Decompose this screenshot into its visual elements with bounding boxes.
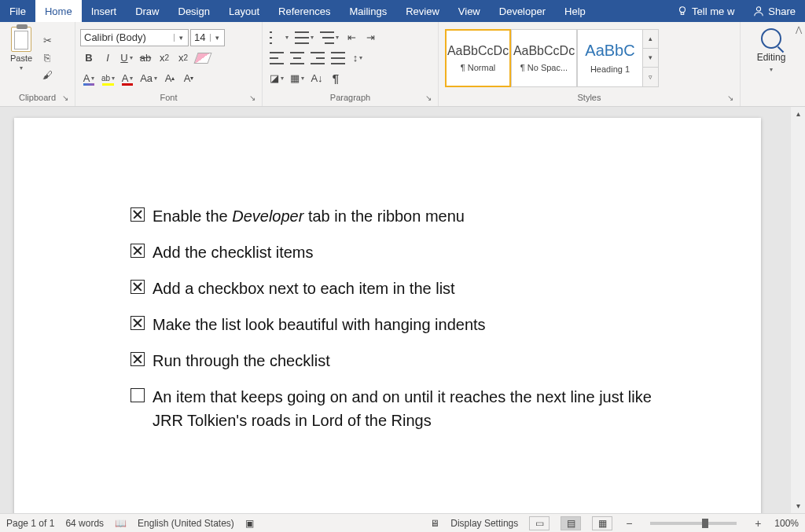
gallery-down-icon[interactable]: ▾ <box>643 48 658 67</box>
font-family-combo[interactable]: Calibri (Body)▾ <box>80 29 189 46</box>
paste-icon <box>11 27 31 52</box>
subscript-button[interactable]: x2 <box>156 50 173 67</box>
gallery-more-icon[interactable]: ▿ <box>643 67 658 86</box>
view-web-button[interactable]: ▦ <box>592 516 612 530</box>
list-item-text[interactable]: Add a checkbox next to each item in the … <box>153 277 675 300</box>
zoom-slider[interactable] <box>650 522 737 525</box>
list-item-text[interactable]: Add the checklist items <box>153 240 675 264</box>
collapse-ribbon-icon[interactable]: ⋀ <box>796 25 802 34</box>
display-settings-icon[interactable]: 🖥 <box>430 518 439 529</box>
align-right-button[interactable] <box>308 50 327 67</box>
tab-developer[interactable]: Developer <box>490 0 555 22</box>
tab-insert[interactable]: Insert <box>82 0 127 22</box>
align-center-button[interactable] <box>288 50 307 67</box>
copy-button[interactable]: ⎘ <box>39 50 55 66</box>
underline-button[interactable]: U <box>118 50 135 67</box>
tell-me[interactable]: Tell me w <box>667 0 744 22</box>
numbering-button[interactable] <box>292 29 316 46</box>
editing-button[interactable]: Editing ▾ <box>745 25 797 90</box>
spellcheck-icon[interactable]: 📖 <box>115 518 127 529</box>
style-heading1[interactable]: AaBbC Heading 1 <box>577 29 643 87</box>
increase-indent-button[interactable]: ⇥ <box>362 29 379 46</box>
zoom-value[interactable]: 100% <box>774 518 799 529</box>
cut-button[interactable]: ✂ <box>39 33 55 49</box>
tab-references[interactable]: References <box>269 0 340 22</box>
checkbox-icon[interactable] <box>130 316 145 330</box>
list-item-text[interactable]: Enable the Developer tab in the ribbon m… <box>153 204 675 228</box>
text-effects-button[interactable]: A <box>80 70 97 87</box>
group-clipboard: Paste ▾ ✂ ⎘ 🖌 Clipboard↘ <box>0 22 75 106</box>
paste-label: Paste <box>10 53 32 63</box>
shading-button[interactable]: ◪ <box>267 70 286 87</box>
line-spacing-button[interactable]: ↕ <box>349 50 366 67</box>
scroll-down-icon[interactable]: ▾ <box>791 499 805 513</box>
paste-button[interactable]: Paste ▾ <box>5 25 38 90</box>
checkbox-icon[interactable] <box>130 388 145 402</box>
bold-button[interactable]: B <box>80 50 97 67</box>
styles-launcher-icon[interactable]: ↘ <box>727 94 733 102</box>
tab-mailings[interactable]: Mailings <box>340 0 397 22</box>
tab-review[interactable]: Review <box>396 0 449 22</box>
checkbox-icon[interactable] <box>130 280 145 294</box>
paragraph-launcher-icon[interactable]: ↘ <box>425 94 432 102</box>
menu-bar: FileHomeInsertDrawDesignLayoutReferences… <box>0 0 805 22</box>
style-no-spacing[interactable]: AaBbCcDc ¶ No Spac... <box>511 29 577 87</box>
superscript-button[interactable]: x2 <box>175 50 192 67</box>
tab-file[interactable]: File <box>0 0 35 22</box>
view-read-button[interactable]: ▭ <box>529 516 550 530</box>
format-painter-button[interactable]: 🖌 <box>39 68 55 83</box>
clipboard-group-label: Clipboard <box>19 93 56 102</box>
checkbox-icon[interactable] <box>130 352 145 366</box>
paragraph-group-label: Paragraph <box>330 93 370 102</box>
bullets-button[interactable] <box>267 29 291 46</box>
checkbox-icon[interactable] <box>130 207 145 222</box>
clipboard-launcher-icon[interactable]: ↘ <box>62 94 68 102</box>
highlight-color-button[interactable]: ab <box>99 70 117 87</box>
gallery-up-icon[interactable]: ▴ <box>643 30 658 48</box>
share-button[interactable]: Share <box>744 0 805 22</box>
tab-view[interactable]: View <box>449 0 490 22</box>
svg-point-2 <box>757 7 761 11</box>
borders-button[interactable]: ▦ <box>288 70 307 87</box>
list-item-text[interactable]: An item that keeps going on and on until… <box>153 385 675 432</box>
font-color-button[interactable]: A <box>119 70 136 87</box>
zoom-in-button[interactable]: + <box>752 517 763 530</box>
font-size-combo[interactable]: 14▾ <box>190 29 225 46</box>
tab-layout[interactable]: Layout <box>219 0 269 22</box>
document-area[interactable]: Enable the Developer tab in the ribbon m… <box>0 107 791 513</box>
list-item-text[interactable]: Run through the checklist <box>153 349 675 372</box>
italic-button[interactable]: I <box>99 50 116 67</box>
status-display[interactable]: Display Settings <box>450 518 518 529</box>
grow-font-button[interactable]: A▴ <box>161 70 178 87</box>
list-item: Add a checkbox next to each item in the … <box>130 277 675 300</box>
status-words[interactable]: 64 words <box>65 518 104 529</box>
tab-help[interactable]: Help <box>555 0 595 22</box>
checkbox-icon[interactable] <box>130 244 145 258</box>
align-left-button[interactable] <box>267 50 286 67</box>
macro-icon[interactable]: ▣ <box>245 518 254 529</box>
view-print-button[interactable]: ▤ <box>561 516 581 530</box>
sort-button[interactable]: A↓ <box>308 70 325 87</box>
zoom-out-button[interactable]: − <box>623 517 634 530</box>
multilevel-list-button[interactable] <box>318 29 341 46</box>
change-case-button[interactable]: Aa <box>138 70 160 87</box>
vertical-scrollbar[interactable]: ▴ ▾ <box>791 107 805 513</box>
style-heading1-label: Heading 1 <box>590 64 630 74</box>
tab-draw[interactable]: Draw <box>126 0 168 22</box>
list-item-text[interactable]: Make the list look beautiful with hangin… <box>153 313 675 336</box>
decrease-indent-button[interactable]: ⇤ <box>343 29 360 46</box>
person-icon <box>753 6 764 17</box>
strikethrough-button[interactable]: ab <box>137 50 154 67</box>
font-launcher-icon[interactable]: ↘ <box>249 94 255 102</box>
scroll-up-icon[interactable]: ▴ <box>791 107 805 121</box>
status-page[interactable]: Page 1 of 1 <box>6 518 54 529</box>
justify-button[interactable] <box>329 50 347 67</box>
tab-home[interactable]: Home <box>35 0 82 22</box>
status-language[interactable]: English (United States) <box>138 518 234 529</box>
clear-formatting-button[interactable] <box>193 50 212 67</box>
tab-design[interactable]: Design <box>169 0 219 22</box>
style-normal[interactable]: AaBbCcDc ¶ Normal <box>445 29 511 87</box>
show-marks-button[interactable]: ¶ <box>327 70 344 87</box>
shrink-font-button[interactable]: A▾ <box>180 70 197 87</box>
group-font: Calibri (Body)▾ 14▾ B I U ab x2 x2 A ab … <box>75 22 263 106</box>
